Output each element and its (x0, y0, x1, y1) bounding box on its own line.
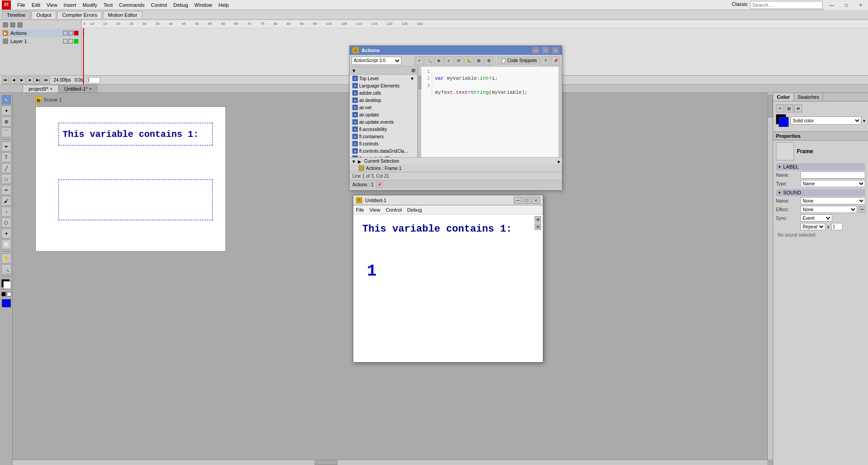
eyedropper-tool[interactable]: ✦ (1, 228, 11, 238)
preview-expand-right[interactable]: ⊞ (535, 216, 541, 223)
preview-menu-debug[interactable]: Debug (407, 207, 422, 213)
find-btn[interactable]: 🔍 (424, 56, 434, 65)
fill-color-swatch-large[interactable] (2, 299, 11, 307)
preview-maximize-btn[interactable]: □ (523, 197, 531, 204)
menu-text[interactable]: Text (101, 1, 115, 9)
menu-control[interactable]: Control (148, 1, 170, 9)
tab-compiler-errors[interactable]: Compiler Errors (57, 11, 102, 19)
actions-footer-pin-icon[interactable]: 📌 (376, 182, 383, 188)
preview-minimize-btn[interactable]: — (514, 197, 522, 204)
v-scroll-thumb[interactable] (768, 95, 773, 117)
play-button[interactable]: ▶ (18, 77, 25, 84)
pencil-tool[interactable]: ✏ (1, 185, 11, 195)
menu-debug[interactable]: Debug (171, 1, 190, 9)
text-box-1[interactable]: This variable contains 1: (59, 123, 213, 145)
color-tool-pencil[interactable]: ✏ (776, 104, 784, 112)
script-type-select[interactable]: ActionScript 3.0 ActionScript 2.0 (351, 57, 401, 65)
sidebar-fl-containers[interactable]: A fl.containers (350, 133, 417, 140)
layer-actions[interactable]: ▶ Actions · (1, 29, 80, 37)
sidebar-collapse-btn[interactable]: ⊞ (411, 68, 415, 73)
preview-close-btn[interactable]: × (532, 197, 540, 204)
code-snippets-btn[interactable]: 📋 Code Snippets (497, 57, 540, 64)
h-scroll-thumb[interactable] (315, 460, 337, 465)
prev-frame-button[interactable]: ◀ (10, 77, 17, 84)
selection-arrow-icon[interactable]: ▼ (556, 160, 560, 163)
close-button[interactable]: × (853, 0, 868, 10)
search-input[interactable] (750, 1, 823, 9)
tab-output[interactable]: Output (31, 11, 56, 19)
brush-tool[interactable]: 🖌 (1, 196, 11, 206)
sidebar-air-update-events[interactable]: A air.update.events (350, 118, 417, 126)
preview-menu-control[interactable]: Control (385, 207, 401, 213)
sidebar-adobe-utils[interactable]: A adobe.utils (350, 89, 417, 97)
default-colors-icon[interactable] (7, 292, 11, 296)
repeat-select[interactable]: Repeat Loop (800, 223, 825, 230)
menu-file[interactable]: File (15, 1, 28, 9)
selection-expand-icon[interactable]: ▼ (351, 159, 356, 164)
menu-window[interactable]: Window (192, 1, 215, 9)
sidebar-fl-controls-datagrid[interactable]: A fl.controls.dataGridCla... (350, 147, 417, 155)
menu-edit[interactable]: Edit (29, 1, 43, 9)
sidebar-scrollbar[interactable] (418, 67, 421, 157)
actions-expand-btn[interactable]: □ (542, 47, 549, 53)
expand-btn[interactable]: ⊞ (474, 56, 483, 65)
go-first-button[interactable]: ⏮ (2, 77, 9, 84)
stroke-color-swatch[interactable] (1, 279, 11, 289)
sound-edit-icon[interactable]: ✏ (859, 206, 865, 213)
frame-input[interactable] (87, 77, 100, 83)
section-label[interactable]: ▼ LABEL (776, 163, 865, 170)
doc-tab-project9-close[interactable]: × (50, 87, 52, 91)
pen-tool[interactable]: ✒ (1, 141, 11, 151)
eraser-tool[interactable]: ⬜ (1, 239, 11, 249)
preview-menu-view[interactable]: View (370, 207, 380, 213)
selection-collapse-icon[interactable]: ▶ (358, 159, 362, 164)
next-frame-button[interactable]: ▶| (34, 77, 42, 84)
fill-color-square[interactable] (779, 117, 789, 127)
check-syntax-btn[interactable]: ✓ (444, 56, 454, 65)
text-tool[interactable]: T (1, 152, 11, 162)
doc-tab-project9[interactable]: project9* × (23, 85, 59, 92)
hand-tool[interactable]: ✋ (1, 253, 11, 263)
layer-1[interactable]: Layer 1 (1, 37, 80, 45)
swatches-tab[interactable]: Swatches (794, 93, 824, 101)
sync-select[interactable]: Event Start Stop Stream (800, 214, 832, 222)
preview-shrink[interactable]: ⊟ (535, 223, 541, 230)
auto-format-btn[interactable]: ⟳ (454, 56, 463, 65)
color-dropdown-icon[interactable]: ▾ (863, 118, 865, 123)
show-all-icon[interactable] (10, 22, 15, 28)
horizontal-scrollbar[interactable] (13, 460, 767, 465)
lock-all-icon[interactable] (3, 22, 8, 28)
color-tab[interactable]: Color (773, 93, 794, 101)
sound-name-select[interactable]: None (800, 197, 865, 204)
minimize-button[interactable]: — (824, 0, 839, 10)
color-tool-swap[interactable]: ⇄ (794, 104, 802, 112)
actions-close-btn[interactable]: × (552, 47, 559, 53)
text-box-2[interactable] (59, 179, 213, 220)
menu-commands[interactable]: Commands (116, 1, 147, 9)
lasso-tool[interactable]: ⌒ (1, 127, 11, 137)
sidebar-air-net[interactable]: A air.net (350, 104, 417, 111)
line-tool[interactable]: ╱ (1, 163, 11, 173)
code-editor[interactable]: 123 var myVariable:int=1; myText.text=St… (421, 67, 562, 157)
color-type-select[interactable]: Solid color Linear gradient Radial gradi… (790, 116, 861, 125)
insert-target-btn[interactable]: ⊕ (434, 56, 444, 65)
layer-pencil-icon[interactable] (63, 31, 68, 35)
stop-button[interactable]: ■ (26, 77, 34, 84)
actions-minimize-btn[interactable]: — (532, 47, 539, 53)
menu-view[interactable]: View (44, 1, 60, 9)
prop-type-select[interactable]: Name Comment Anchor (800, 180, 865, 187)
spray-tool[interactable]: ⁘ (1, 207, 11, 217)
repeat-num-input[interactable] (831, 223, 843, 230)
menu-insert[interactable]: Insert (61, 1, 79, 9)
help-btn[interactable]: ? (541, 56, 550, 65)
sidebar-fl-controls-list[interactable]: A fl.controls.listClasses (350, 155, 417, 157)
debug-btn[interactable]: 🐛 (464, 56, 473, 65)
swap-colors-icon[interactable] (1, 292, 6, 296)
prefs-btn[interactable]: ⚙ (484, 56, 493, 65)
rect-tool[interactable]: □ (1, 174, 11, 184)
color-tool-fill[interactable]: ▧ (785, 104, 793, 112)
menu-help[interactable]: Help (216, 1, 232, 9)
sound-effect-select[interactable]: None Left Channel Right Channel (800, 206, 857, 213)
paint-bucket-tool[interactable]: ⬡ (1, 218, 11, 228)
subselect-tool[interactable]: ✦ (1, 106, 11, 116)
